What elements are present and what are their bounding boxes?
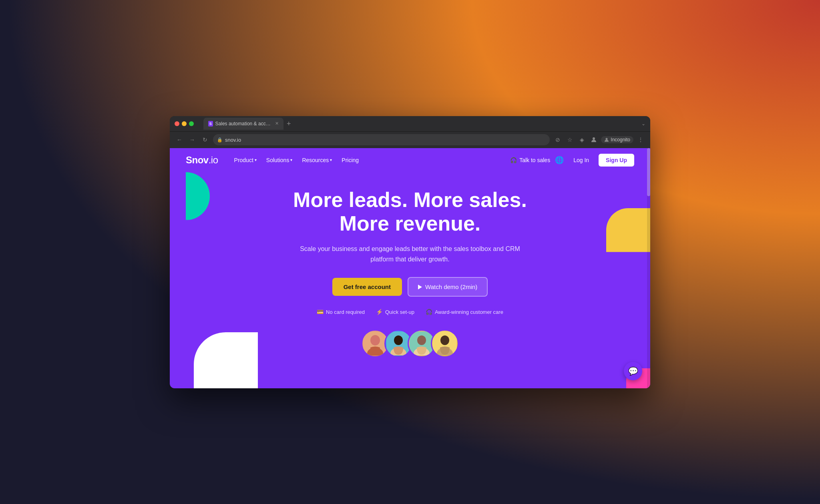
hero-section: More leads. More sales. More revenue. Sc… bbox=[170, 172, 650, 388]
resources-chevron: ▾ bbox=[330, 158, 332, 162]
tab-close-button[interactable]: ✕ bbox=[275, 121, 279, 126]
feature-no-card: 💳 No card required bbox=[317, 309, 365, 315]
hero-features: 💳 No card required ⚡ Quick set-up 🎧 Awar… bbox=[317, 309, 503, 315]
nav-items: Product ▾ Solutions ▾ Resources ▾ Pricin… bbox=[230, 155, 363, 166]
tab-title: Sales automation & accelerati... bbox=[215, 121, 271, 127]
nav-pricing[interactable]: Pricing bbox=[338, 155, 363, 166]
chat-bubble-button[interactable]: 💬 bbox=[624, 362, 642, 380]
svg-point-12 bbox=[440, 335, 449, 345]
svg-point-1 bbox=[606, 138, 608, 140]
minimize-traffic-light[interactable] bbox=[182, 121, 187, 126]
browser-titlebar: S Sales automation & accelerati... ✕ + ⌄ bbox=[170, 116, 650, 131]
talk-to-sales[interactable]: 🎧 Talk to sales bbox=[510, 157, 550, 163]
svg-point-3 bbox=[370, 335, 380, 345]
browser-window: S Sales automation & accelerati... ✕ + ⌄… bbox=[170, 116, 650, 388]
new-tab-button[interactable]: + bbox=[285, 120, 293, 127]
cast-icon[interactable]: ⊘ bbox=[553, 135, 563, 145]
feature-customer-care: 🎧 Award-winning customer care bbox=[426, 309, 503, 315]
card-icon: 💳 bbox=[317, 309, 324, 315]
menu-button[interactable]: ⋮ bbox=[636, 135, 645, 145]
fullscreen-traffic-light[interactable] bbox=[189, 121, 194, 126]
solutions-chevron: ▾ bbox=[290, 158, 292, 162]
incognito-badge: Incognito bbox=[601, 136, 633, 143]
back-button[interactable]: ← bbox=[175, 135, 184, 145]
hero-subtitle: Scale your business and engage leads bet… bbox=[298, 244, 522, 264]
site-navigation: Snov.io Product ▾ Solutions ▾ Resources … bbox=[170, 148, 650, 172]
address-bar[interactable]: 🔒 snov.io bbox=[213, 134, 550, 145]
log-in-button[interactable]: Log In bbox=[569, 155, 594, 166]
sign-up-button[interactable]: Sign Up bbox=[599, 154, 634, 167]
browser-toolbar: ← → ↻ 🔒 snov.io ⊘ ☆ ◈ Incognito ⋮ bbox=[170, 131, 650, 148]
language-selector[interactable]: 🌐 bbox=[555, 156, 564, 165]
chat-icon: 💬 bbox=[628, 366, 638, 376]
browser-tab[interactable]: S Sales automation & accelerati... ✕ bbox=[203, 118, 283, 130]
extension-icon[interactable]: ◈ bbox=[577, 135, 587, 145]
close-traffic-light[interactable] bbox=[175, 121, 179, 126]
product-chevron: ▾ bbox=[255, 158, 257, 162]
tab-bar: S Sales automation & accelerati... ✕ + bbox=[203, 118, 638, 130]
website: Snov.io Product ▾ Solutions ▾ Resources … bbox=[170, 148, 650, 388]
page-content: Snov.io Product ▾ Solutions ▾ Resources … bbox=[170, 148, 650, 388]
lock-icon: 🔒 bbox=[217, 137, 223, 143]
bookmark-icon[interactable]: ☆ bbox=[565, 135, 575, 145]
tab-favicon: S bbox=[208, 121, 213, 127]
headset-icon: 🎧 bbox=[510, 157, 517, 163]
feature-quick-setup: ⚡ Quick set-up bbox=[376, 309, 414, 315]
logo-light: .io bbox=[209, 155, 218, 165]
avatar-4 bbox=[431, 329, 459, 357]
tab-dropdown-icon[interactable]: ⌄ bbox=[641, 121, 645, 127]
nav-product[interactable]: Product ▾ bbox=[230, 155, 261, 166]
hero-title: More leads. More sales. More revenue. bbox=[293, 188, 527, 236]
hero-buttons: Get free account Watch demo (2min) bbox=[332, 277, 488, 297]
svg-point-0 bbox=[593, 137, 595, 140]
incognito-label: Incognito bbox=[611, 137, 630, 143]
nav-right: 🎧 Talk to sales 🌐 Log In Sign Up bbox=[510, 154, 634, 167]
get-free-account-button[interactable]: Get free account bbox=[332, 278, 402, 296]
nav-resources[interactable]: Resources ▾ bbox=[298, 155, 336, 166]
logo-bold: Snov bbox=[186, 155, 209, 165]
user-avatars bbox=[361, 329, 459, 357]
play-icon bbox=[418, 285, 422, 289]
care-icon: 🎧 bbox=[426, 309, 432, 315]
forward-button[interactable]: → bbox=[187, 135, 197, 145]
svg-point-9 bbox=[417, 335, 426, 345]
url-text: snov.io bbox=[225, 137, 241, 143]
nav-solutions[interactable]: Solutions ▾ bbox=[262, 155, 297, 166]
site-logo[interactable]: Snov.io bbox=[186, 155, 218, 166]
watch-demo-button[interactable]: Watch demo (2min) bbox=[408, 277, 488, 297]
setup-icon: ⚡ bbox=[376, 309, 383, 315]
svg-point-6 bbox=[394, 335, 403, 345]
traffic-lights bbox=[175, 121, 194, 126]
toolbar-actions: ⊘ ☆ ◈ Incognito ⋮ bbox=[553, 135, 645, 145]
profile-icon[interactable] bbox=[589, 135, 599, 145]
reload-button[interactable]: ↻ bbox=[200, 135, 210, 145]
